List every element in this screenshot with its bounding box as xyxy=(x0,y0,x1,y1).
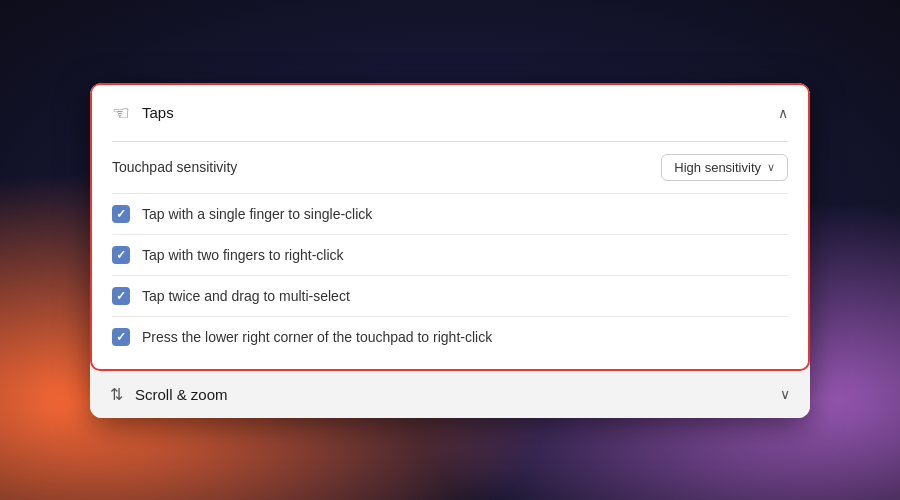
checkbox-row: ✓Press the lower right corner of the tou… xyxy=(112,317,788,357)
checkmark-icon: ✓ xyxy=(116,208,126,220)
taps-header-left: ☜ Taps xyxy=(112,101,174,125)
checkbox-3[interactable]: ✓ xyxy=(112,287,130,305)
sensitivity-label: Touchpad sensitivity xyxy=(112,159,237,175)
settings-panel: ☜ Taps ∧ Touchpad sensitivity High sensi… xyxy=(90,83,810,418)
checkmark-icon: ✓ xyxy=(116,331,126,343)
dropdown-chevron-icon: ∨ xyxy=(767,161,775,174)
checkbox-row: ✓Tap with two fingers to right-click xyxy=(112,235,788,276)
checkmark-icon: ✓ xyxy=(116,249,126,261)
scroll-title: Scroll & zoom xyxy=(135,386,228,403)
checkmark-icon: ✓ xyxy=(116,290,126,302)
taps-section: ☜ Taps ∧ Touchpad sensitivity High sensi… xyxy=(90,83,810,371)
taps-chevron-up-icon: ∧ xyxy=(778,105,788,121)
checkbox-row: ✓Tap with a single finger to single-clic… xyxy=(112,194,788,235)
scroll-section[interactable]: ⇅ Scroll & zoom ∨ xyxy=(90,371,810,418)
scroll-chevron-down-icon: ∨ xyxy=(780,386,790,402)
taps-section-content: Touchpad sensitivity High sensitivity ∨ … xyxy=(92,141,808,369)
scroll-header-left: ⇅ Scroll & zoom xyxy=(110,385,228,404)
checkbox-1[interactable]: ✓ xyxy=(112,205,130,223)
checkbox-label-4: Press the lower right corner of the touc… xyxy=(142,329,492,345)
touch-icon: ☜ xyxy=(112,101,130,125)
checkbox-label-1: Tap with a single finger to single-click xyxy=(142,206,372,222)
checkbox-label-2: Tap with two fingers to right-click xyxy=(142,247,344,263)
checkbox-list: ✓Tap with a single finger to single-clic… xyxy=(112,194,788,357)
checkbox-2[interactable]: ✓ xyxy=(112,246,130,264)
sensitivity-dropdown[interactable]: High sensitivity ∨ xyxy=(661,154,788,181)
sensitivity-row: Touchpad sensitivity High sensitivity ∨ xyxy=(112,142,788,194)
checkbox-row: ✓Tap twice and drag to multi-select xyxy=(112,276,788,317)
checkbox-4[interactable]: ✓ xyxy=(112,328,130,346)
checkbox-label-3: Tap twice and drag to multi-select xyxy=(142,288,350,304)
sensitivity-value: High sensitivity xyxy=(674,160,761,175)
taps-section-header[interactable]: ☜ Taps ∧ xyxy=(92,85,808,141)
taps-title: Taps xyxy=(142,104,174,121)
scroll-icon: ⇅ xyxy=(110,385,123,404)
